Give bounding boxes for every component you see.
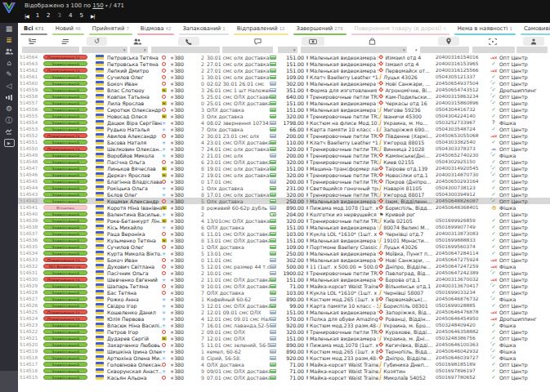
first-page-button[interactable]: |◀: [25, 13, 29, 19]
table-row[interactable]: 514541ВідмоваКоротя Ніна Іванівнаlc+3808…: [18, 204, 550, 211]
clients-icon[interactable]: [126, 37, 149, 46]
status-filter-icon[interactable]: [21, 37, 43, 46]
table-row[interactable]: 514516ЗавершенийСкворунская Анаст...✳+38…: [18, 368, 550, 374]
app-logo-icon[interactable]: [2, 2, 16, 13]
column-filter-input-11[interactable]: [516, 47, 548, 53]
ttn-brackets-icon[interactable]: [481, 37, 504, 46]
table-row[interactable]: 514559ЗавершенийВлас Слотюоуlc+380326.01…: [18, 87, 550, 93]
company-icon[interactable]: ⌂: [0, 57, 18, 69]
table-row[interactable]: 514560ЗавершенийБокоч Иван+380002.02 30.…: [18, 80, 550, 87]
page-number-2[interactable]: 2: [47, 12, 50, 19]
tab-7[interactable]: Завершений278: [291, 23, 349, 37]
page-number-4[interactable]: 4: [69, 12, 72, 19]
orders-list-icon[interactable]: ≣: [0, 34, 18, 46]
column-filter-input-1[interactable]: [22, 47, 79, 53]
filter-dropdown-arrow[interactable]: ▾: [293, 47, 296, 53]
tab-1[interactable]: Всі471: [18, 23, 50, 37]
history-refresh-icon[interactable]: ↺: [87, 37, 107, 46]
column-filter-input-7[interactable]: [301, 47, 407, 53]
table-row[interactable]: 514531ЗавершенийПасічник Ольга+380210.01…: [18, 270, 550, 276]
table-row[interactable]: 514518ЗавершенийАртюхіна Олена Ми...✳+38…: [18, 354, 550, 361]
table-row[interactable]: 514552Повернення (з...Авилов Александр+3…: [18, 132, 550, 139]
stats-chart-icon[interactable]: [0, 91, 18, 103]
table-row[interactable]: 514545ЗавершенийБлагінна Владіслава+3800…: [18, 178, 550, 185]
megaphone-icon[interactable]: ◁: [0, 80, 18, 91]
table-row[interactable]: 514530Повернення (з...Шевченко Евгений✳+…: [18, 276, 550, 283]
table-row[interactable]: 514532ПО Возврат ск.Духович Світлана+380…: [18, 263, 550, 270]
manager-person-icon[interactable]: [523, 37, 544, 46]
table-row[interactable]: 514558ЗавершенийКовпак Татьяна+380525.01…: [18, 93, 550, 100]
products-bag-icon[interactable]: [361, 37, 383, 46]
table-row[interactable]: 514521ЗавершенийДударев Сергійlc+380712.…: [18, 335, 550, 341]
table-row[interactable]: 514557ЗавершенийЛила Ярославlc+380025.01…: [18, 100, 550, 106]
table-row[interactable]: 514536ЗавершенийКузьменко Тетянаlc+38081…: [18, 237, 550, 243]
sidebar-scroll-indicator[interactable]: [0, 371, 18, 392]
table-row[interactable]: 514547ЗавершенийЛиньков Вячеславlc+38081…: [18, 165, 550, 172]
table-row[interactable]: 514556ЗавершенийСиротюк Олександр+3803ОЛ…: [18, 106, 550, 113]
table-row[interactable]: 514564Повернення (з...Петровська Тетяна+…: [18, 54, 550, 60]
delivery-pin-icon[interactable]: [438, 37, 459, 46]
video-tutorial-icon[interactable]: ▶: [0, 137, 18, 149]
tab-8[interactable]: Повернення товару (в дорозі)0: [349, 23, 452, 37]
table-row[interactable]: 514526ЗавершенийСвідро Ігор✳+380312.01 с…: [18, 302, 550, 309]
table-row[interactable]: 514524Повернення (з...Юлія Первова✳+3804…: [18, 315, 550, 322]
edit-pencil-icon[interactable]: ✎: [0, 69, 18, 80]
tab-3[interactable]: Прийнятий7: [87, 23, 135, 37]
table-row[interactable]: 514539ЗавершенийРоке-Бетанкурт Лін...lc+…: [18, 217, 550, 224]
phone-icon[interactable]: [178, 37, 199, 46]
table-row[interactable]: 514549ЗавершенийВоробйов Микола✳+380221.…: [18, 152, 550, 158]
tab-5[interactable]: Запакований1: [177, 23, 230, 37]
table-row[interactable]: 514529ЗавершенийШапарь Тетяна+380910.01 …: [18, 283, 550, 289]
filter-dropdown-arrow[interactable]: ▾: [415, 47, 418, 53]
page-number-5[interactable]: 5: [80, 12, 83, 19]
table-row[interactable]: 514548ЗавершенийПасічна Ольга+380623.01 …: [18, 158, 550, 165]
table-row[interactable]: 514537ЗавершенийРаца Вероніка+380611.01 …: [18, 230, 550, 237]
table-row[interactable]: 514538ЗавершенийКісь Михайло✳+3806ОЛХ до…: [18, 224, 550, 230]
tab-6[interactable]: Відправлений12: [231, 23, 291, 37]
filter-dropdown-arrow[interactable]: ▾: [123, 47, 126, 53]
table-row[interactable]: 514546ЗавершенийДеркач Ярославlc+380219.…: [18, 172, 550, 178]
comment-icon[interactable]: [247, 37, 269, 46]
table-row[interactable]: 514519ЗавершенийШишкіна Ірина Олек...✳+3…: [18, 348, 550, 354]
table-row[interactable]: 514554ЗавершенийДацюк Віра Сергіївна✳+38…: [18, 119, 550, 126]
table-row[interactable]: 514562Повернення (з...Лепкий Дмитро+3802…: [18, 67, 550, 74]
column-filter-input-5[interactable]: [222, 47, 273, 53]
table-row[interactable]: 514515ЗавершенийКасьян Альона+380907.01 …: [18, 374, 550, 381]
list-icon[interactable]: [54, 37, 76, 46]
filter-dropdown-arrow[interactable]: ▾: [403, 47, 405, 53]
last-page-button[interactable]: ▶|: [91, 13, 95, 19]
tab-10[interactable]: Самовивіз2: [518, 23, 550, 37]
settings-gear-icon[interactable]: ⚙: [0, 103, 18, 114]
column-filter-input-9[interactable]: [420, 47, 469, 53]
page-number-3[interactable]: 3: [58, 12, 61, 19]
table-row[interactable]: 514535ЗавершенийСучилов Олег+3801ОЛХ дос…: [18, 243, 550, 250]
table-row[interactable]: 514551ЗавершенийБасова Наталя✳+380423.01…: [18, 139, 550, 145]
table-row[interactable]: 514517ЗавершенийГоловінова Олексан...+38…: [18, 361, 550, 368]
table-row[interactable]: 514563ЗавершенийПетровська Тетяна+380227…: [18, 60, 550, 67]
column-filter-input-2[interactable]: [82, 47, 127, 53]
table-row[interactable]: 514553ЗавершенийРудько Наталья✳+3807Олх …: [18, 126, 550, 132]
table-row[interactable]: 514550Повернення (з...Шелковин Олексан..…: [18, 145, 550, 152]
table-row[interactable]: 514527ЗавершенийРожко Анна✳+3801Кофейный…: [18, 296, 550, 302]
table-row[interactable]: 514523ЗавершенийВласюк Ніна Василі...✳+3…: [18, 322, 550, 328]
column-filter-input-10[interactable]: [472, 47, 515, 53]
kanban-icon[interactable]: ▦: [0, 23, 18, 34]
table-row[interactable]: 514543ЗавершенийБєлов Олег✳+380817.01 см…: [18, 191, 550, 198]
clients-icon[interactable]: [0, 46, 18, 57]
payment-eye-icon[interactable]: [302, 37, 324, 46]
tab-4[interactable]: Відмова42: [135, 23, 177, 37]
tab-9[interactable]: Нема в наявності1: [452, 23, 518, 37]
table-row[interactable]: 514533Повернення (з...Бокоч Иван+380011.…: [18, 256, 550, 263]
table-row[interactable]: 514525Повернення (з...Кошеленко Данил✳+3…: [18, 309, 550, 315]
page-number-1[interactable]: 1: [36, 12, 39, 19]
column-filter-input-4[interactable]: [151, 47, 220, 53]
table-row[interactable]: 514555ЗавершенийНовосад Олесяlc+3803Олх …: [18, 113, 550, 119]
table-row[interactable]: 514540ЗавершенийВалентина Василье...✳+38…: [18, 211, 550, 217]
table-row[interactable]: 514522ЗавершенийПетров Ігор+380209.01 см…: [18, 328, 550, 335]
table-row[interactable]: 514544ЗавершенийРокіцька Ольга✳+3801Олх …: [18, 185, 550, 191]
filter-dropdown-arrow[interactable]: ▾: [144, 47, 146, 53]
page-size-dropdown[interactable]: 150: [92, 2, 103, 9]
tab-2[interactable]: Новий48: [50, 23, 87, 37]
table-row[interactable]: 514542ЗавершенийКошмак Александр+3805Олх…: [18, 198, 550, 204]
table-row[interactable]: 514528ЗавершенийБас Тетяна+3807ОЛХ доста…: [18, 289, 550, 296]
